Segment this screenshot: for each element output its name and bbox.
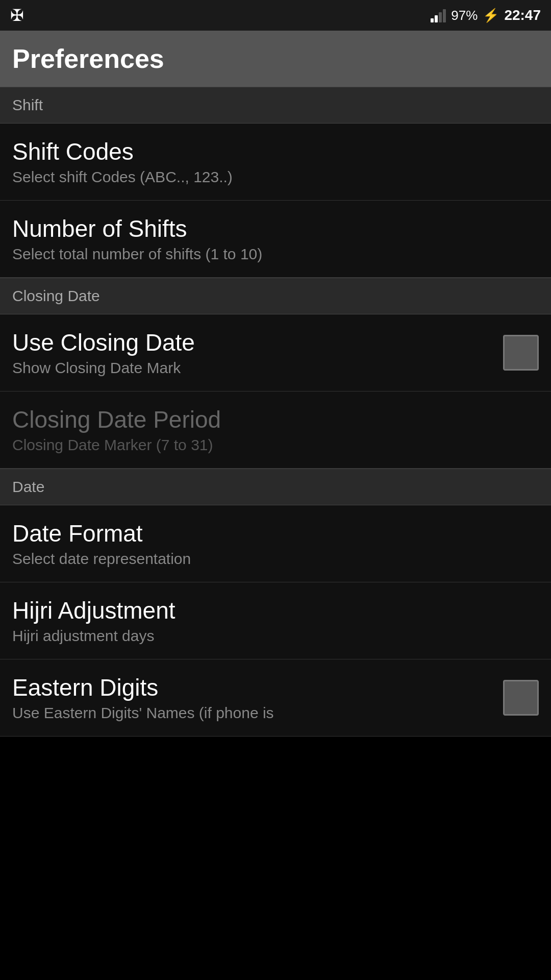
section-label-date: Date [12,478,44,495]
pref-item-text-number-of-shifts: Number of ShiftsSelect total number of s… [12,215,539,263]
pref-item-subtitle-shift-codes: Select shift Codes (ABC.., 123..) [12,168,539,186]
pref-item-eastern-digits[interactable]: Eastern DigitsUse Eastern Digits' Names … [0,659,551,737]
signal-bar-4 [443,9,446,22]
sections-container: ShiftShift CodesSelect shift Codes (ABC.… [0,87,551,737]
section-label-shift: Shift [12,96,43,113]
checkbox-eastern-digits[interactable] [503,680,539,716]
pref-item-closing-date-period[interactable]: Closing Date PeriodClosing Date Marker (… [0,391,551,469]
pref-item-use-closing-date[interactable]: Use Closing DateShow Closing Date Mark [0,314,551,391]
signal-icon [431,8,446,22]
signal-bar-3 [439,12,442,22]
section-header-shift: Shift [0,87,551,124]
battery-percent: 97% [451,8,478,23]
pref-item-subtitle-number-of-shifts: Select total number of shifts (1 to 10) [12,246,539,263]
pref-item-text-closing-date-period: Closing Date PeriodClosing Date Marker (… [12,406,539,454]
pref-item-title-number-of-shifts: Number of Shifts [12,215,539,242]
checkbox-use-closing-date[interactable] [503,335,539,371]
pref-item-subtitle-date-format: Select date representation [12,550,539,568]
section-label-closing-date: Closing Date [12,287,100,304]
pref-item-number-of-shifts[interactable]: Number of ShiftsSelect total number of s… [0,201,551,278]
pref-item-shift-codes[interactable]: Shift CodesSelect shift Codes (ABC.., 12… [0,124,551,201]
pref-item-subtitle-hijri-adjustment: Hijri adjustment days [12,627,539,645]
pref-item-subtitle-use-closing-date: Show Closing Date Mark [12,359,503,377]
section-header-date: Date [0,469,551,505]
charging-icon: ⚡ [483,8,499,23]
pref-item-title-eastern-digits: Eastern Digits [12,674,503,701]
pref-item-title-closing-date-period: Closing Date Period [12,406,539,433]
pref-item-subtitle-closing-date-period: Closing Date Marker (7 to 31) [12,436,539,454]
pref-item-title-hijri-adjustment: Hijri Adjustment [12,597,539,624]
pref-item-text-hijri-adjustment: Hijri AdjustmentHijri adjustment days [12,597,539,645]
pref-item-subtitle-eastern-digits: Use Eastern Digits' Names (if phone is [12,704,503,722]
app-bar-title: Preferences [12,43,164,74]
app-bar: Preferences [0,31,551,87]
section-header-closing-date: Closing Date [0,278,551,314]
pref-item-title-use-closing-date: Use Closing Date [12,329,503,356]
usb-icon: ✠ [10,6,24,25]
pref-item-text-date-format: Date FormatSelect date representation [12,520,539,568]
pref-item-date-format[interactable]: Date FormatSelect date representation [0,505,551,582]
status-bar-right: 97% ⚡ 22:47 [431,7,541,23]
signal-bar-2 [435,15,438,22]
pref-item-text-shift-codes: Shift CodesSelect shift Codes (ABC.., 12… [12,138,539,186]
clock: 22:47 [504,7,541,23]
pref-item-text-eastern-digits: Eastern DigitsUse Eastern Digits' Names … [12,674,503,722]
pref-item-text-use-closing-date: Use Closing DateShow Closing Date Mark [12,329,503,377]
signal-bar-1 [431,18,434,22]
status-bar-left: ✠ [10,6,24,25]
pref-item-hijri-adjustment[interactable]: Hijri AdjustmentHijri adjustment days [0,582,551,659]
pref-item-title-shift-codes: Shift Codes [12,138,539,165]
pref-item-title-date-format: Date Format [12,520,539,547]
status-bar: ✠ 97% ⚡ 22:47 [0,0,551,31]
